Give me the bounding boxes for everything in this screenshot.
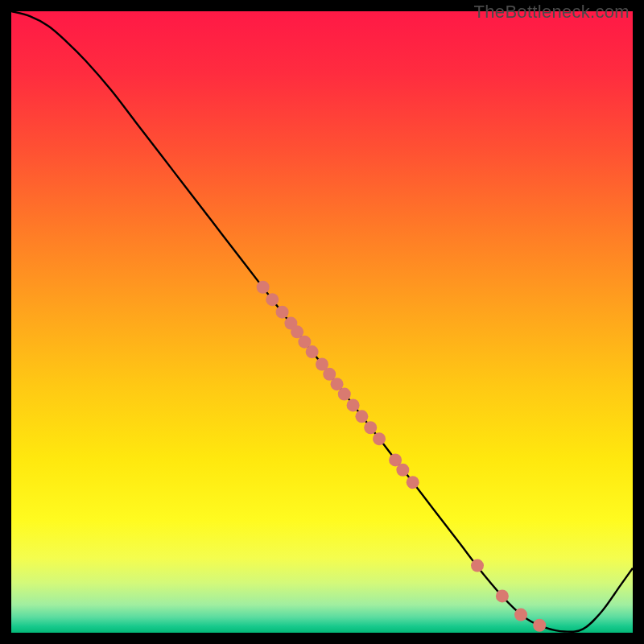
data-point <box>306 345 319 358</box>
data-point <box>471 559 484 572</box>
data-point <box>355 410 368 423</box>
data-point <box>407 476 419 489</box>
data-point <box>338 388 351 401</box>
data-point <box>257 281 270 294</box>
data-point <box>496 589 509 602</box>
data-point <box>373 432 386 445</box>
chart-stage: TheBottleneck.com <box>0 0 644 644</box>
data-point <box>276 306 289 319</box>
data-point <box>514 609 527 621</box>
gradient-background <box>11 11 633 633</box>
watermark-credit: TheBottleneck.com <box>474 2 630 23</box>
data-point <box>364 421 377 434</box>
data-point <box>266 293 279 306</box>
data-point <box>396 464 409 477</box>
data-point <box>533 619 546 632</box>
data-point <box>347 398 360 411</box>
plot-area <box>11 11 633 633</box>
chart-svg <box>11 11 633 633</box>
